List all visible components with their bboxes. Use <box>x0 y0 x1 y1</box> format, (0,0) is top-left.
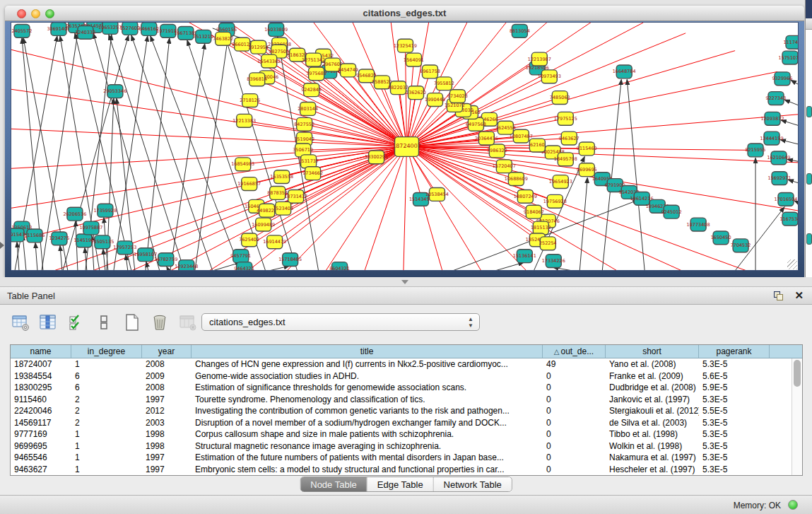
tab-network-table[interactable]: Network Table <box>434 477 512 491</box>
graph-node[interactable]: 62160 <box>529 139 545 152</box>
black-edge[interactable] <box>151 36 241 270</box>
scrollbar-thumb[interactable] <box>794 360 801 387</box>
red-edge[interactable] <box>313 146 407 173</box>
graph-node[interactable]: 8813054 <box>510 24 530 37</box>
black-edge[interactable] <box>627 79 645 270</box>
graph-node[interactable]: 1650450 <box>711 231 731 245</box>
graph-node[interactable]: 1362620 <box>406 86 426 100</box>
graph-node[interactable]: 16854983 <box>231 158 254 171</box>
black-edge[interactable] <box>146 38 170 270</box>
graph-node[interactable]: 15751074 <box>779 51 798 64</box>
graph-node[interactable]: 19166857 <box>237 177 261 191</box>
graph-node[interactable]: 16033809 <box>264 23 288 36</box>
graph-node[interactable]: 6497568 <box>466 117 486 131</box>
graph-node[interactable]: 9184067 <box>524 205 544 218</box>
graph-node[interactable]: 9227343 <box>766 92 787 105</box>
graph-node[interactable]: 16914479 <box>263 235 286 249</box>
table-row[interactable]: 946362711997Embryonic stem cells: a mode… <box>11 464 802 476</box>
graph-node[interactable]: 12093872 <box>761 112 784 125</box>
table-row[interactable]: 1456911722003Disruption of a novel membe… <box>11 417 802 429</box>
tab-node-table[interactable]: Node Table <box>300 477 367 491</box>
graph-node[interactable]: 9699695 <box>577 163 597 177</box>
graph-node[interactable]: 3624554 <box>495 121 516 134</box>
graph-node[interactable]: 391543 <box>11 228 25 242</box>
column-header-title[interactable]: title <box>192 345 543 358</box>
graph-node[interactable]: 12444159 <box>760 132 784 145</box>
graph-node[interactable]: 8427552 <box>294 117 314 131</box>
graph-node[interactable]: 8604321 <box>329 262 350 270</box>
table-row[interactable]: 977716911998Corpus callosum shape and si… <box>11 428 802 440</box>
graph-node[interactable]: 8454749 <box>338 64 358 77</box>
table-row[interactable]: 2242004622012Investigating the contribut… <box>11 405 802 417</box>
graph-node[interactable]: 3531737 <box>298 155 319 168</box>
graph-node[interactable]: 1117458 <box>784 35 798 49</box>
graph-node[interactable]: 7463822 <box>213 32 233 45</box>
black-edge[interactable] <box>784 100 798 108</box>
graph-node[interactable]: 1527602 <box>119 23 140 35</box>
graph-node[interactable]: 1990448 <box>425 93 445 107</box>
table-row[interactable]: 1830029562008Estimation of significance … <box>11 382 802 394</box>
red-edge[interactable] <box>250 100 407 146</box>
close-panel-icon[interactable]: ✕ <box>794 289 804 302</box>
black-edge[interactable] <box>579 177 587 270</box>
graph-node[interactable]: 252254 <box>539 237 557 250</box>
graph-node[interactable]: 7513219 <box>193 30 213 43</box>
network-canvas[interactable]: 2405572306914062635741101457410653257152… <box>11 22 799 271</box>
splitter-handle-icon[interactable] <box>401 280 408 284</box>
black-edge[interactable] <box>60 245 62 270</box>
graph-node[interactable]: 8215955 <box>746 144 766 157</box>
column-header-in_degree[interactable]: in_degree <box>71 345 142 358</box>
graph-node[interactable]: 16648784 <box>613 65 636 78</box>
memory-status-icon[interactable] <box>788 500 798 510</box>
graph-node[interactable]: 3975685 <box>306 67 326 81</box>
column-header-pagerank[interactable]: pagerank <box>699 345 770 358</box>
graph-node[interactable]: 1167534 <box>780 212 798 226</box>
graph-node[interactable]: 7986322 <box>487 144 507 158</box>
graph-node[interactable]: 15718485 <box>278 253 302 267</box>
graph-node[interactable]: 1234275 <box>49 232 70 245</box>
graph-node[interactable]: 15692971 <box>768 172 792 185</box>
row-height-icon[interactable] <box>93 312 114 333</box>
network-graph[interactable]: 2405572306914062635741101457410653257152… <box>11 23 798 270</box>
black-edge[interactable] <box>146 262 148 270</box>
graph-node[interactable]: 19756928 <box>543 194 567 208</box>
graph-node[interactable]: 7955812 <box>434 77 454 90</box>
graph-node[interactable]: 6961758 <box>420 65 440 78</box>
graph-node[interactable]: 12325419 <box>394 39 417 52</box>
graph-node[interactable]: 26206536 <box>63 207 86 221</box>
table-row[interactable]: 911546021997Tourette syndrome. Phenomeno… <box>11 394 802 406</box>
column-header-year[interactable]: year <box>142 345 192 358</box>
graph-node[interactable]: 10653257 <box>98 23 122 34</box>
graph-node[interactable]: 7704532 <box>731 239 751 252</box>
new-column-icon[interactable] <box>122 312 143 333</box>
table-vertical-scrollbar[interactable] <box>792 358 802 475</box>
red-edge[interactable] <box>257 79 407 146</box>
black-edge[interactable] <box>167 267 169 270</box>
graph-node[interactable]: 9734662 <box>302 167 323 180</box>
graph-node[interactable]: 6734028 <box>447 90 468 103</box>
graph-node[interactable]: 1115686 <box>25 229 45 243</box>
graph-node[interactable]: 5912954 <box>248 40 269 54</box>
graph-node[interactable]: 2405572 <box>12 24 33 37</box>
red-edge[interactable] <box>312 90 407 146</box>
graph-node[interactable]: 9329966 <box>772 72 793 86</box>
resize-grip[interactable] <box>787 259 797 269</box>
column-header-name[interactable]: name <box>11 345 71 358</box>
table-row[interactable]: 946554611997Estimation of the future num… <box>11 452 802 464</box>
graph-node[interactable]: 17975125 <box>554 112 577 125</box>
graph-node[interactable]: 16353558 <box>270 170 293 184</box>
panel-collapse-arrow[interactable] <box>0 242 4 249</box>
graph-node[interactable]: 1564091 <box>404 53 424 66</box>
graph-node[interactable]: 12923448 <box>175 260 198 270</box>
black-edge[interactable] <box>109 35 184 270</box>
table-row[interactable]: 1938455462009Genome-wide association stu… <box>11 370 802 382</box>
column-visibility-icon[interactable] <box>66 312 87 333</box>
graph-node[interactable]: 9457791 <box>230 250 251 263</box>
split-pane-divider[interactable] <box>0 277 812 286</box>
graph-node[interactable]: 19654923 <box>549 175 572 189</box>
graph-node[interactable]: 16210649 <box>767 151 791 165</box>
graph-node[interactable]: 2718126 <box>240 94 260 107</box>
graph-node[interactable]: 10975887 <box>79 221 102 235</box>
graph-node[interactable]: 2803144 <box>298 103 318 116</box>
network-window-titlebar[interactable]: citations_edges.txt <box>5 6 804 21</box>
